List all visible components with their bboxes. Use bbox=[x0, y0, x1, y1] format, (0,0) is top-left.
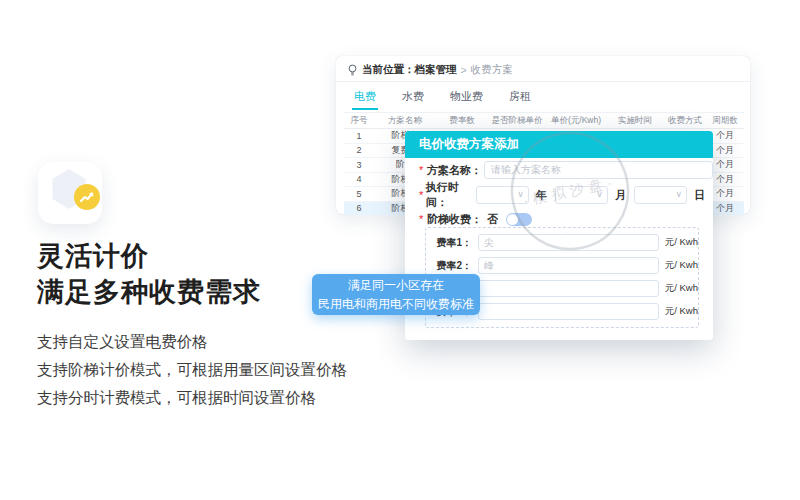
plan-name-placeholder: 请输入方案名称 bbox=[491, 163, 561, 177]
rate-input-3[interactable] bbox=[478, 280, 659, 297]
callout-tooltip: 满足同一小区存在 民用电和商用电不同收费标准 bbox=[312, 274, 480, 315]
feature-bullet-3: 支持分时计费模式，可根据时间设置价格 bbox=[37, 384, 367, 412]
tiered-label: 阶梯收费： bbox=[427, 212, 487, 227]
month-suffix: 月 bbox=[615, 188, 626, 203]
chevron-down-icon: ∨ bbox=[675, 189, 682, 199]
breadcrumb-location: 当前位置：档案管理 bbox=[362, 63, 457, 77]
tab-3[interactable]: 物业费 bbox=[448, 86, 485, 108]
page-title-line1: 灵活计价 bbox=[37, 238, 261, 274]
rate-row-2: 费率2：峰元/ Kwh bbox=[426, 257, 698, 274]
required-asterisk: * bbox=[419, 213, 427, 225]
day-select[interactable]: ∨ bbox=[634, 186, 687, 204]
rate-unit-3: 元/ Kwh bbox=[665, 282, 698, 295]
cell-no: 4 bbox=[344, 174, 374, 184]
chevron-down-icon: ∨ bbox=[596, 189, 603, 199]
tab-1[interactable]: 电费 bbox=[352, 86, 378, 108]
page-title-line2: 满足多种收费需求 bbox=[37, 274, 261, 310]
tiered-toggle[interactable] bbox=[506, 213, 532, 226]
month-select[interactable]: ∨ bbox=[555, 186, 608, 204]
feature-bullet-2: 支持阶梯计价模式，可根据用量区间设置价格 bbox=[37, 356, 367, 384]
tab-2[interactable]: 水费 bbox=[400, 86, 426, 108]
plan-name-row: * 方案名称： 请输入方案名称 bbox=[405, 161, 713, 179]
cell-no: 1 bbox=[344, 131, 374, 141]
toggle-knob bbox=[507, 214, 518, 225]
tiered-value: 否 bbox=[487, 212, 498, 227]
tiered-billing-row: * 阶梯收费： 否 bbox=[405, 210, 713, 228]
rate-placeholder-1: 尖 bbox=[484, 236, 494, 250]
page-title: 灵活计价 满足多种收费需求 bbox=[37, 238, 261, 310]
feature-bullet-1: 支持自定义设置电费价格 bbox=[37, 328, 367, 356]
callout-line2: 民用电和商用电不同收费标准 bbox=[312, 295, 480, 314]
chevron-down-icon: ∨ bbox=[517, 189, 524, 199]
required-asterisk: * bbox=[419, 189, 426, 201]
rate-input-1[interactable]: 尖 bbox=[478, 234, 659, 251]
exec-time-row: * 执行时间： ∨ 年 ∨ 月 ∨ 日 bbox=[405, 186, 713, 204]
cell-no: 5 bbox=[344, 189, 374, 199]
cell-no: 2 bbox=[344, 145, 374, 155]
header-cell-8: 周期数 bbox=[706, 115, 744, 127]
cell-no: 3 bbox=[344, 160, 374, 170]
header-cell-1: 序号 bbox=[344, 115, 374, 127]
rate-label-2: 费率2： bbox=[426, 259, 472, 273]
page: 灵活计价 满足多种收费需求 支持自定义设置电费价格支持阶梯计价模式，可根据用量区… bbox=[0, 0, 800, 500]
rate-input-2[interactable]: 峰 bbox=[478, 257, 659, 274]
cell-no: 6 bbox=[344, 203, 374, 213]
tab-4[interactable]: 房租 bbox=[507, 86, 533, 108]
table-header-row: 序号方案名称费率数是否阶梯单价单价(元/Kwh)实施时间收费方式周期数 bbox=[344, 112, 744, 129]
bulb-icon bbox=[347, 64, 358, 76]
fee-tabs: 电费水费物业费房租 bbox=[352, 86, 533, 108]
header-cell-7: 收费方式 bbox=[664, 115, 706, 127]
year-select[interactable]: ∨ bbox=[476, 186, 529, 204]
modal-title: 电价收费方案添加 bbox=[405, 131, 713, 158]
day-suffix: 日 bbox=[694, 188, 705, 203]
trend-up-icon bbox=[74, 184, 100, 210]
breadcrumb: 当前位置：档案管理 > 收费方案 bbox=[347, 63, 513, 77]
rate-label-1: 费率1： bbox=[426, 236, 472, 250]
exec-time-label: 执行时间： bbox=[426, 180, 476, 210]
header-cell-4: 是否阶梯单价 bbox=[488, 115, 546, 127]
header-cell-3: 费率数 bbox=[436, 115, 488, 127]
rate-placeholder-2: 峰 bbox=[484, 259, 494, 273]
callout-line1: 满足同一小区存在 bbox=[312, 276, 480, 295]
rate-unit-2: 元/ Kwh bbox=[665, 259, 698, 272]
rate-row-1: 费率1：尖元/ Kwh bbox=[426, 234, 698, 251]
required-asterisk: * bbox=[419, 164, 427, 176]
breadcrumb-separator: > bbox=[461, 64, 467, 76]
rate-input-4[interactable] bbox=[478, 303, 659, 320]
header-cell-5: 单价(元/Kwh) bbox=[546, 115, 606, 127]
rate-unit-4: 元/ Kwh bbox=[665, 305, 698, 318]
feature-icon-card bbox=[38, 162, 102, 224]
plan-name-input[interactable]: 请输入方案名称 bbox=[484, 161, 713, 179]
rate-unit-1: 元/ Kwh bbox=[665, 236, 698, 249]
divider bbox=[336, 81, 750, 82]
breadcrumb-current: 收费方案 bbox=[471, 63, 513, 77]
feature-bullets: 支持自定义设置电费价格支持阶梯计价模式，可根据用量区间设置价格支持分时计费模式，… bbox=[37, 328, 367, 412]
header-cell-6: 实施时间 bbox=[606, 115, 664, 127]
plan-name-label: 方案名称： bbox=[427, 163, 484, 178]
header-cell-2: 方案名称 bbox=[374, 115, 436, 127]
year-suffix: 年 bbox=[536, 188, 547, 203]
